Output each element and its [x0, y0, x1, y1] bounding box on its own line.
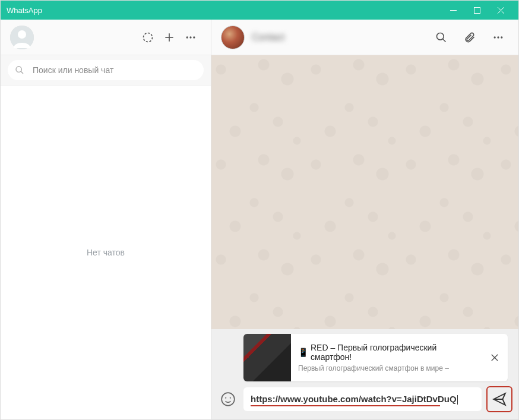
chat-search-icon[interactable]: [431, 27, 452, 48]
empty-chats-label: Нет чатов: [87, 248, 125, 257]
text-cursor: [457, 395, 458, 405]
self-avatar[interactable]: [10, 26, 34, 49]
menu-icon[interactable]: [180, 27, 201, 48]
svg-rect-1: [474, 7, 480, 13]
svg-line-15: [443, 39, 446, 42]
link-preview-emoji: 📱: [298, 348, 308, 357]
window-maximize-button[interactable]: [465, 1, 489, 20]
link-preview-close-button[interactable]: [482, 352, 508, 363]
sidebar: Нет чатов: [1, 20, 211, 419]
window-close-button[interactable]: [489, 1, 512, 20]
sidebar-header: [1, 20, 211, 55]
svg-point-10: [189, 36, 191, 38]
new-chat-icon[interactable]: [159, 27, 180, 48]
svg-point-6: [144, 33, 153, 42]
svg-point-16: [494, 36, 496, 38]
search-input[interactable]: [33, 65, 197, 75]
attach-icon[interactable]: [459, 27, 480, 48]
svg-point-21: [221, 393, 235, 406]
window-titlebar: WhatsApp: [1, 1, 518, 20]
svg-line-13: [21, 71, 23, 74]
svg-point-11: [193, 36, 195, 38]
emoji-icon[interactable]: [217, 389, 239, 410]
chat-messages-area[interactable]: [211, 55, 518, 329]
search-icon: [15, 65, 24, 75]
composer: 📱 RED – Первый голографический смартфон!…: [211, 329, 518, 419]
search-bar: [1, 55, 211, 86]
message-input-value: https://www.youtube.com/watch?v=JajiDtDv…: [251, 394, 457, 404]
contact-name[interactable]: Contact: [252, 32, 423, 43]
link-preview-thumbnail: [243, 334, 291, 381]
link-preview: 📱 RED – Первый голографический смартфон!…: [243, 334, 508, 381]
message-input[interactable]: https://www.youtube.com/watch?v=JajiDtDv…: [243, 387, 482, 411]
svg-point-17: [497, 36, 499, 38]
chat-header: Contact: [211, 20, 518, 55]
svg-point-22: [225, 397, 226, 399]
contact-avatar[interactable]: [221, 26, 245, 49]
chat-list-empty: Нет чатов: [1, 86, 211, 419]
window-title: WhatsApp: [7, 6, 441, 15]
svg-point-23: [230, 397, 231, 399]
send-button[interactable]: [486, 386, 512, 412]
chat-menu-icon[interactable]: [488, 27, 509, 48]
svg-point-9: [186, 36, 188, 38]
window-minimize-button[interactable]: [441, 1, 465, 20]
svg-point-14: [437, 33, 444, 40]
status-icon[interactable]: [137, 27, 159, 48]
svg-point-5: [18, 30, 26, 39]
chat-panel: Contact 📱 RED – П: [211, 20, 518, 419]
link-preview-title: RED – Первый голографический смартфон!: [311, 343, 474, 362]
svg-point-18: [501, 36, 502, 38]
link-preview-description: Первый голографический смартфон в мире –: [298, 364, 474, 372]
annotation-underline: [251, 405, 440, 406]
svg-point-12: [16, 67, 21, 72]
